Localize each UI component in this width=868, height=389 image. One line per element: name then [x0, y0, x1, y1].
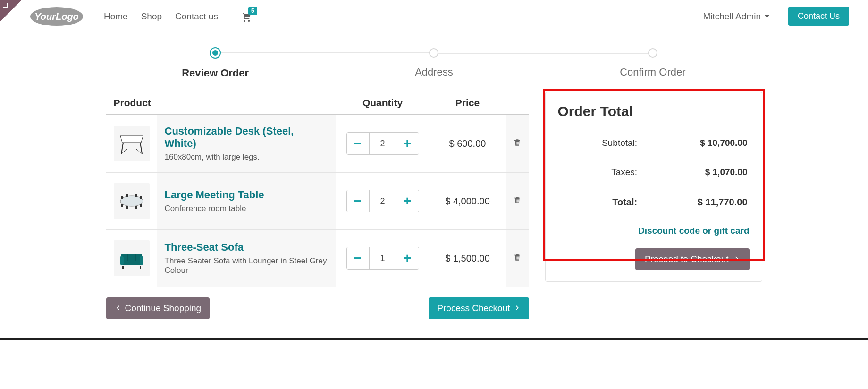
remove-item-button[interactable] [513, 195, 522, 206]
line-price: $ 1,500.00 [430, 230, 506, 287]
cart-button[interactable]: 5 [241, 11, 251, 22]
step-address[interactable]: Address [325, 48, 543, 78]
product-description: Three Seater Sofa with Lounger in Steel … [165, 256, 328, 275]
step-review-order[interactable]: Review Order [106, 47, 325, 79]
trash-icon [513, 195, 522, 205]
remove-item-button[interactable] [513, 138, 522, 149]
step-dot-icon [648, 48, 657, 58]
qty-increase-button[interactable]: + [396, 247, 419, 269]
svg-rect-11 [140, 196, 142, 199]
cart-table: Product Quantity Price [106, 92, 529, 287]
product-name-link[interactable]: Three-Seat Sofa [165, 241, 328, 254]
quantity-stepper: − + [346, 190, 419, 212]
site-logo[interactable]: YourLogo [28, 6, 85, 27]
continue-shopping-button[interactable]: Continue Shopping [106, 297, 210, 319]
svg-rect-12 [121, 204, 123, 207]
product-name-link[interactable]: Customizable Desk (Steel, White) [165, 125, 328, 150]
col-header-product: Product [106, 92, 336, 115]
product-name-link[interactable]: Large Meeting Table [165, 189, 328, 201]
product-image[interactable] [114, 183, 150, 219]
user-menu[interactable]: Mitchell Admin [703, 11, 769, 22]
qty-decrease-button[interactable]: − [347, 190, 370, 212]
col-header-quantity: Quantity [336, 92, 430, 115]
trash-icon [513, 138, 522, 147]
step-dot-icon [429, 48, 438, 58]
checkout-steps: Review Order Address Confirm Order [106, 47, 762, 79]
qty-decrease-button[interactable]: − [347, 247, 370, 269]
proceed-checkout-label: Proceed to Checkout [645, 254, 728, 264]
contact-us-button[interactable]: Contact Us [788, 7, 849, 26]
order-total-panel: Order Total Subtotal: $ 10,700.00 Taxes:… [545, 92, 762, 282]
chevron-right-icon [733, 254, 740, 264]
remove-item-button[interactable] [513, 253, 522, 263]
subtotal-value: $ 10,700.00 [642, 128, 749, 158]
caret-down-icon [765, 15, 769, 18]
meeting-table-icon [118, 188, 146, 214]
sofa-icon [118, 245, 146, 271]
svg-rect-13 [126, 206, 128, 209]
svg-rect-9 [126, 194, 128, 197]
svg-text:YourLogo: YourLogo [34, 11, 79, 22]
order-total-heading: Order Total [558, 103, 750, 119]
step-confirm-order[interactable]: Confirm Order [543, 48, 762, 78]
footer-bar [0, 338, 868, 340]
qty-input[interactable] [370, 190, 396, 212]
discount-code-link[interactable]: Discount code or gift card [558, 226, 750, 236]
step-dot-icon [210, 47, 221, 59]
chevron-right-icon [514, 303, 521, 313]
qty-increase-button[interactable]: + [396, 190, 419, 212]
process-checkout-label: Process Checkout [437, 303, 510, 313]
table-row: Large Meeting Table Conference room tabl… [106, 173, 529, 230]
svg-rect-23 [140, 266, 141, 269]
svg-rect-18 [120, 256, 124, 265]
product-description: 160x80cm, with large legs. [165, 152, 328, 162]
cart-count-badge: 5 [248, 7, 257, 15]
col-header-price: Price [430, 92, 506, 115]
product-description: Conference room table [165, 204, 328, 213]
qty-increase-button[interactable]: + [396, 133, 419, 154]
desk-icon [118, 130, 146, 157]
svg-rect-15 [140, 204, 142, 207]
process-checkout-button[interactable]: Process Checkout [429, 297, 529, 319]
svg-line-3 [121, 143, 123, 154]
user-name: Mitchell Admin [703, 11, 761, 22]
corner-accent [0, 0, 22, 22]
qty-input[interactable] [370, 133, 396, 154]
table-row: Three-Seat Sofa Three Seater Sofa with L… [106, 230, 529, 287]
table-row: Customizable Desk (Steel, White) 160x80c… [106, 115, 529, 173]
proceed-checkout-button[interactable]: Proceed to Checkout [635, 248, 749, 270]
taxes-label: Taxes: [558, 158, 642, 187]
svg-rect-14 [135, 206, 137, 209]
line-price: $ 600.00 [430, 115, 506, 173]
svg-rect-10 [135, 194, 137, 197]
svg-line-4 [140, 143, 142, 154]
svg-rect-8 [121, 196, 123, 199]
product-image[interactable] [114, 240, 150, 276]
nav-link-home[interactable]: Home [104, 11, 128, 22]
quantity-stepper: − + [346, 247, 419, 270]
topbar: YourLogo Home Shop Contact us 5 Mitchell… [0, 0, 868, 33]
nav-link-shop[interactable]: Shop [141, 11, 162, 22]
total-label: Total: [558, 187, 642, 218]
svg-rect-17 [120, 259, 143, 265]
qty-decrease-button[interactable]: − [347, 133, 370, 154]
trash-icon [513, 253, 522, 262]
taxes-value: $ 1,070.00 [642, 158, 749, 187]
nav-link-contact[interactable]: Contact us [175, 11, 218, 22]
svg-point-7 [120, 196, 143, 206]
svg-rect-22 [122, 266, 124, 269]
step-label: Address [325, 66, 543, 78]
line-price: $ 4,000.00 [430, 173, 506, 230]
continue-shopping-label: Continue Shopping [125, 303, 202, 313]
subtotal-label: Subtotal: [558, 128, 642, 158]
svg-rect-19 [140, 256, 143, 265]
nav-links: Home Shop Contact us [104, 11, 218, 22]
qty-input[interactable] [370, 247, 396, 269]
quantity-stepper: − + [346, 132, 419, 155]
total-value: $ 11,770.00 [642, 187, 749, 218]
step-label: Confirm Order [543, 66, 762, 78]
step-label: Review Order [106, 67, 325, 79]
chevron-left-icon [115, 303, 121, 313]
product-image[interactable] [114, 126, 150, 161]
svg-marker-2 [120, 136, 143, 143]
